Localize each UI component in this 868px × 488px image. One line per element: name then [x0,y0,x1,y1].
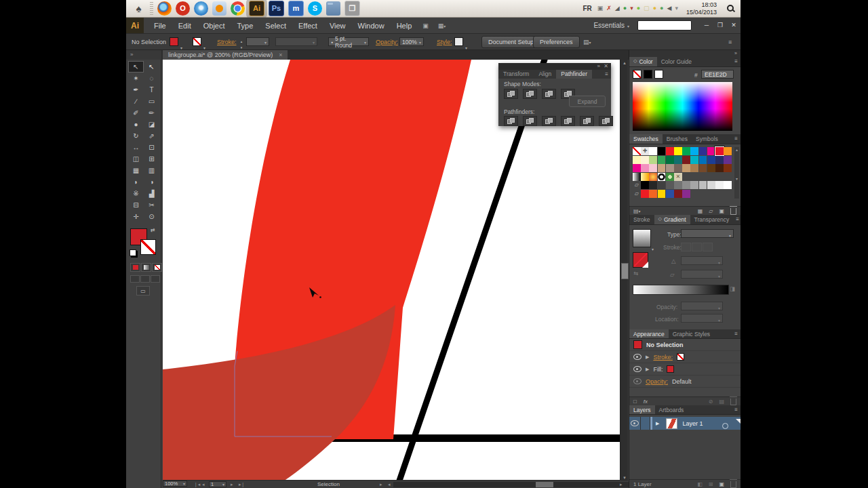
visibility-eye-icon[interactable] [633,354,642,360]
expand-row-icon[interactable]: ▶ [646,354,649,360]
layer-lock-cell[interactable] [641,417,650,430]
swatch[interactable] [658,190,666,198]
visibility-eye-icon[interactable] [633,378,642,384]
panel-menu-icon[interactable]: ≡ [732,57,741,66]
globe-tray-icon[interactable]: ● [623,5,627,12]
blend-tool[interactable]: ◑ [144,176,159,188]
tab-artboards[interactable]: Artboards [655,405,688,414]
swatch[interactable] [649,147,657,155]
tab-swatches[interactable]: Swatches [629,134,663,144]
gradient-type-field[interactable] [681,229,734,238]
swatch[interactable] [649,190,657,198]
swatch[interactable] [641,190,649,198]
preferences-button[interactable]: Preferences [533,36,580,48]
swatch[interactable] [666,181,674,189]
swatch[interactable] [674,147,682,155]
dock-collapse-strip[interactable]: » [629,50,741,57]
draw-behind-button[interactable] [140,275,150,283]
swatch[interactable] [666,147,674,155]
swatch[interactable] [690,181,698,189]
layer-thumbnail[interactable] [666,418,677,429]
none-mode-button[interactable] [152,263,162,272]
new-stroke-icon[interactable]: □ [633,399,637,405]
opacity-panel-link[interactable]: Opacity: [376,39,398,45]
perspective-grid-tool[interactable]: ⊞ [144,153,159,165]
illustrator-icon[interactable]: Ai [249,1,264,16]
tab-graphic-styles[interactable]: Graphic Styles [669,329,714,338]
menu-item-window[interactable]: Window [352,22,391,30]
draw-inside-button[interactable] [151,275,160,283]
menu-item-help[interactable]: Help [391,22,418,30]
status-tray-icon[interactable]: ● [653,5,656,12]
reverse-gradient-icon[interactable]: ⇆ [633,270,638,277]
divide-button[interactable] [504,116,518,126]
merge-button[interactable] [542,116,556,126]
swatch[interactable] [658,164,666,172]
bridge-icon[interactable]: ▣ [422,22,429,29]
swatch[interactable] [682,181,690,189]
swatch[interactable] [699,147,707,155]
swatch[interactable] [674,181,682,189]
tab-transform[interactable]: Transform [498,70,534,79]
notes-tray-icon[interactable]: ▢ [644,5,650,12]
add-effect-icon[interactable]: fx [644,399,648,405]
gradient-mode-button[interactable] [141,263,151,272]
swatch[interactable] [666,156,674,164]
swatch[interactable] [633,164,641,172]
swatches-scrollbar[interactable]: ▴▾ [734,147,739,199]
aspect-ratio-field[interactable] [681,270,723,279]
network-signal-icon[interactable]: ◢ [615,5,620,12]
swatch[interactable] [649,156,657,164]
swatch[interactable] [690,147,698,155]
minus-back-button[interactable] [599,116,613,126]
magic-wand-tool[interactable]: ✶ [128,73,144,84]
tray-expand-icon[interactable]: ▾ [675,5,678,12]
gradient-slider[interactable] [633,285,729,295]
stroke-none-swatch[interactable] [677,353,684,361]
language-indicator[interactable]: FR [583,5,591,12]
color-mode-button[interactable] [130,263,140,272]
clear-appearance-icon[interactable]: ⊘ [709,399,713,405]
panel-collapse-icon[interactable]: » [597,63,600,70]
draw-normal-button[interactable] [130,275,140,283]
tab-layers[interactable]: Layers [629,405,655,414]
appearance-fill-label[interactable]: Fill: [653,366,663,373]
gradient-location-field[interactable] [681,314,723,323]
crop-button[interactable] [561,116,575,126]
swatch-kinds-icon[interactable]: ▦ [698,208,703,214]
line-segment-tool[interactable]: ∕ [128,96,144,107]
direct-selection-tool[interactable]: ↖ [144,61,159,73]
color-spectrum[interactable] [633,82,732,131]
swatch[interactable] [633,156,641,164]
swatch[interactable] [690,156,698,164]
pathfinder-title-bar[interactable]: » ✕ [498,63,611,70]
search-input[interactable] [637,20,692,30]
swatch-selected[interactable] [715,147,724,155]
artboard-tool[interactable]: ⊟ [128,199,144,211]
restore-button[interactable]: ❐ [713,18,727,33]
delete-item-icon[interactable] [730,399,736,405]
variable-width-field[interactable] [275,37,317,46]
swatch[interactable] [707,181,715,189]
swatch[interactable] [724,164,732,172]
lasso-tool[interactable]: ◌ [144,73,159,84]
swatch[interactable] [674,164,682,172]
symbol-sprayer-tool[interactable]: ※ [128,188,144,199]
scroll-left-icon[interactable]: ◂ [388,482,391,487]
column-graph-tool[interactable]: ▟ [144,188,159,199]
shape-builder-tool[interactable]: ◫ [128,153,144,165]
swatch[interactable] [724,181,732,189]
swatch[interactable] [682,147,690,155]
swatch[interactable] [682,190,690,198]
menu-item-object[interactable]: Object [197,22,231,30]
folder-icon[interactable] [326,1,340,16]
gradient-opacity-field[interactable] [681,302,723,310]
swatch[interactable] [649,164,657,172]
tab-symbols[interactable]: Symbols [692,134,722,144]
free-transform-tool[interactable]: ⊡ [144,142,159,153]
visibility-eye-icon[interactable] [633,366,642,372]
swatch[interactable] [724,156,732,164]
swatch[interactable] [707,147,715,155]
gradient-angle-field[interactable] [681,256,723,265]
style-panel-link[interactable]: Style: [437,39,452,45]
